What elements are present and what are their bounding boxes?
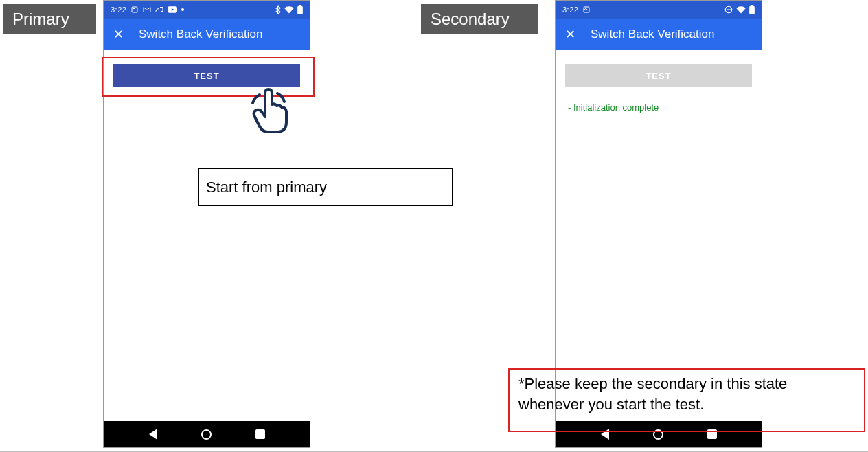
nav-back-icon[interactable]	[149, 429, 157, 440]
tap-cursor-icon	[249, 87, 290, 136]
content-area: TEST - Initialization complete	[556, 50, 762, 421]
nav-home-icon[interactable]	[653, 429, 663, 440]
nav-recents-icon[interactable]	[255, 429, 265, 439]
close-icon[interactable]: ✕	[113, 28, 124, 41]
svg-rect-7	[750, 6, 754, 13]
status-wifi-icon	[736, 6, 746, 14]
page-title: Switch Back Verification	[139, 27, 262, 41]
status-youtube-icon	[168, 6, 177, 13]
status-bluetooth-icon	[275, 5, 281, 14]
tag-secondary: Secondary	[421, 4, 538, 34]
caption-primary: Start from primary	[198, 168, 453, 206]
svg-rect-8	[751, 5, 753, 7]
nav-home-icon[interactable]	[201, 429, 212, 440]
status-dnd-icon	[724, 5, 733, 14]
status-cast-icon	[155, 6, 163, 13]
test-button: TEST	[565, 64, 752, 87]
caption-secondary: *Please keep the secondary in this state…	[518, 374, 855, 414]
status-battery-icon	[297, 5, 303, 14]
status-bar: 3:22	[104, 1, 310, 19]
tag-primary: Primary	[3, 4, 96, 34]
status-time: 3:22	[111, 5, 126, 14]
status-screenshot-icon	[130, 5, 139, 14]
svg-rect-2	[298, 6, 302, 13]
status-bar: 3:22	[556, 1, 762, 19]
status-screenshot-icon	[582, 5, 591, 14]
phone-primary: 3:22 ✕ Switch Back Verification TEST	[103, 0, 310, 448]
test-button[interactable]: TEST	[113, 64, 300, 87]
status-wifi-icon	[284, 6, 294, 14]
app-bar: ✕ Switch Back Verification	[556, 19, 762, 50]
status-gmail-icon	[143, 6, 151, 13]
close-icon[interactable]: ✕	[565, 28, 575, 41]
nav-back-icon[interactable]	[601, 429, 609, 440]
nav-bar	[556, 421, 762, 447]
status-time: 3:22	[562, 5, 578, 14]
status-message: - Initialization complete	[565, 102, 752, 113]
nav-recents-icon[interactable]	[707, 429, 717, 439]
status-battery-icon	[749, 5, 755, 14]
status-dot-icon	[181, 8, 184, 11]
svg-rect-3	[299, 5, 301, 7]
page-title: Switch Back Verification	[591, 27, 714, 41]
nav-bar	[104, 421, 310, 447]
app-bar: ✕ Switch Back Verification	[104, 19, 310, 50]
